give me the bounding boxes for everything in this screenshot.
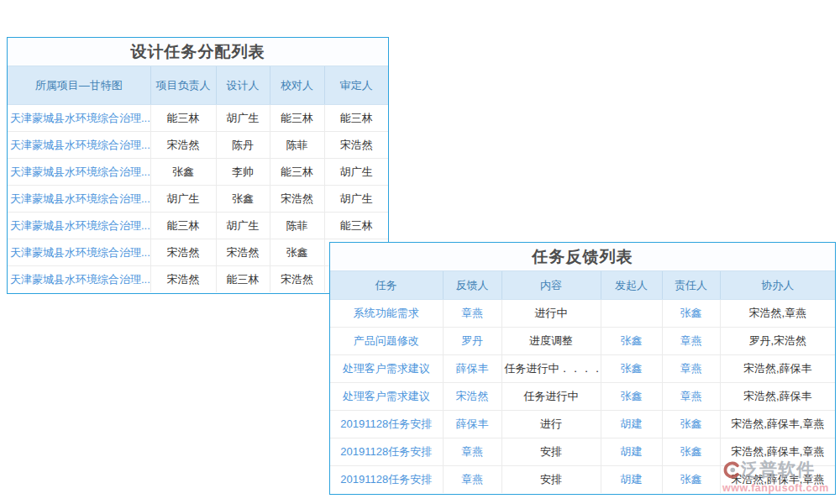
cell-text: 宋浩然,薛保丰 <box>720 383 835 411</box>
table-row: 天津蒙城县水环境综合治理...能三林胡广生陈菲能三林 <box>8 213 388 239</box>
cell-text: 胡广生 <box>216 213 270 239</box>
table-row: 20191128任务安排章燕安排胡建张鑫宋浩然,薛保丰,章燕 <box>330 438 835 466</box>
table-row: 天津蒙城县水环境综合治理...能三林胡广生能三林能三林 <box>8 105 388 132</box>
column-header-responsible: 责任人 <box>662 271 720 300</box>
cell-link[interactable]: 宋浩然 <box>443 383 501 411</box>
cell-link[interactable]: 处理客户需求建议 <box>330 383 443 411</box>
cell-text: 陈丹 <box>216 132 270 159</box>
cell-link[interactable]: 张鑫 <box>662 438 720 466</box>
cell-link[interactable]: 处理客户需求建议 <box>330 355 443 383</box>
cell-link[interactable]: 薛保丰 <box>443 355 501 383</box>
cell-link[interactable]: 章燕 <box>443 466 501 494</box>
cell-text: 陈菲 <box>270 213 324 239</box>
table-row: 处理客户需求建议薛保丰任务进行中．．．．张鑫章燕宋浩然,薛保丰 <box>330 355 835 383</box>
cell-link[interactable]: 薛保丰 <box>443 411 501 438</box>
feedback-table-title: 任务反馈列表 <box>330 243 835 271</box>
cell-link[interactable]: 张鑫 <box>601 383 662 411</box>
column-header-assistant: 协办人 <box>720 271 835 300</box>
column-header-approver: 审定人 <box>324 66 388 105</box>
cell-text: 能三林 <box>150 105 216 132</box>
cell-link[interactable]: 20191128任务安排 <box>330 438 443 466</box>
cell-text: 陈菲 <box>270 132 324 159</box>
cell-text: 宋浩然 <box>216 239 270 266</box>
cell-link[interactable]: 胡建 <box>601 466 662 494</box>
table-row: 天津蒙城县水环境综合治理...宋浩然陈丹陈菲宋浩然 <box>8 132 388 159</box>
cell-link[interactable]: 天津蒙城县水环境综合治理... <box>8 213 150 239</box>
cell-link[interactable]: 张鑫 <box>662 466 720 494</box>
cell-text: 宋浩然 <box>150 239 216 266</box>
cell-text: 能三林 <box>324 105 388 132</box>
feedback-table: 任务 反馈人 内容 发起人 责任人 协办人 系统功能需求章燕进行中张鑫宋浩然,章… <box>330 271 835 493</box>
cell-text: 进行 <box>501 411 601 438</box>
cell-link[interactable]: 张鑫 <box>601 328 662 355</box>
column-header-feedback-person: 反馈人 <box>443 271 501 300</box>
cell-text: 宋浩然 <box>150 266 216 293</box>
cell-link[interactable]: 张鑫 <box>601 355 662 383</box>
table-row: 处理客户需求建议宋浩然任务进行中张鑫章燕宋浩然,薛保丰 <box>330 383 835 411</box>
cell-text: 宋浩然,薛保丰 <box>720 355 835 383</box>
cell-link[interactable]: 胡建 <box>601 411 662 438</box>
cell-text: 宋浩然,薛保丰,章燕 <box>720 466 835 494</box>
cell-link[interactable]: 胡建 <box>601 438 662 466</box>
cell-text: 胡广生 <box>216 105 270 132</box>
table-row: 系统功能需求章燕进行中张鑫宋浩然,章燕 <box>330 300 835 328</box>
cell-link[interactable]: 20191128任务安排 <box>330 466 443 494</box>
cell-text: 宋浩然,薛保丰,章燕 <box>720 438 835 466</box>
cell-link[interactable]: 章燕 <box>662 328 720 355</box>
cell-link[interactable]: 章燕 <box>443 300 501 328</box>
task-feedback-table: 任务反馈列表 任务 反馈人 内容 发起人 责任人 协办人 系统功能需求章燕进行中… <box>329 242 836 495</box>
cell-text: 宋浩然,章燕 <box>720 300 835 328</box>
table-row: 天津蒙城县水环境综合治理...张鑫李帅能三林胡广生 <box>8 159 388 186</box>
cell-link[interactable]: 章燕 <box>662 383 720 411</box>
cell-text: 能三林 <box>270 159 324 186</box>
cell-text: 能三林 <box>150 213 216 239</box>
cell-text: 进行中 <box>501 300 601 328</box>
cell-link[interactable]: 张鑫 <box>662 411 720 438</box>
table-row: 产品问题修改罗丹进度调整张鑫章燕罗丹,宋浩然 <box>330 328 835 355</box>
table-row: 20191128任务安排薛保丰进行胡建张鑫宋浩然,薛保丰,章燕 <box>330 411 835 438</box>
cell-text: 能三林 <box>216 266 270 293</box>
cell-text: 进度调整 <box>501 328 601 355</box>
cell-text: 宋浩然 <box>270 186 324 213</box>
table-row: 天津蒙城县水环境综合治理...胡广生张鑫宋浩然胡广生 <box>8 186 388 213</box>
table-row: 20191128任务安排章燕安排胡建张鑫宋浩然,薛保丰,章燕 <box>330 466 835 494</box>
cell-link[interactable]: 张鑫 <box>662 300 720 328</box>
cell-text: 能三林 <box>270 105 324 132</box>
cell-link[interactable]: 天津蒙城县水环境综合治理... <box>8 159 150 186</box>
column-header-proofreader: 校对人 <box>270 66 324 105</box>
cell-link[interactable]: 产品问题修改 <box>330 328 443 355</box>
cell-text: 张鑫 <box>150 159 216 186</box>
column-header-initiator: 发起人 <box>601 271 662 300</box>
cell-link[interactable]: 20191128任务安排 <box>330 411 443 438</box>
cell-text: 宋浩然 <box>150 132 216 159</box>
feedback-table-header-row: 任务 反馈人 内容 发起人 责任人 协办人 <box>330 271 835 300</box>
cell-link[interactable]: 系统功能需求 <box>330 300 443 328</box>
cell-text <box>601 300 662 328</box>
cell-text: 张鑫 <box>216 186 270 213</box>
cell-link[interactable]: 天津蒙城县水环境综合治理... <box>8 239 150 266</box>
cell-text: 宋浩然 <box>270 266 324 293</box>
column-header-project: 所属项目—甘特图 <box>8 66 150 105</box>
cell-text: 安排 <box>501 466 601 494</box>
cell-text: 胡广生 <box>150 186 216 213</box>
cell-text: 张鑫 <box>270 239 324 266</box>
design-table-header-row: 所属项目—甘特图 项目负责人 设计人 校对人 审定人 <box>8 66 388 105</box>
cell-link[interactable]: 天津蒙城县水环境综合治理... <box>8 266 150 293</box>
column-header-task: 任务 <box>330 271 443 300</box>
cell-text: 胡广生 <box>324 186 388 213</box>
cell-link[interactable]: 章燕 <box>443 438 501 466</box>
cell-link[interactable]: 天津蒙城县水环境综合治理... <box>8 132 150 159</box>
cell-text: 任务进行中 <box>501 383 601 411</box>
cell-link[interactable]: 章燕 <box>662 355 720 383</box>
column-header-designer: 设计人 <box>216 66 270 105</box>
column-header-content: 内容 <box>501 271 601 300</box>
cell-link[interactable]: 罗丹 <box>443 328 501 355</box>
cell-text: 宋浩然 <box>324 132 388 159</box>
cell-text: 安排 <box>501 438 601 466</box>
cell-link[interactable]: 天津蒙城县水环境综合治理... <box>8 105 150 132</box>
cell-text: 宋浩然,薛保丰,章燕 <box>720 411 835 438</box>
cell-link[interactable]: 天津蒙城县水环境综合治理... <box>8 186 150 213</box>
cell-text: 任务进行中．．．． <box>501 355 601 383</box>
column-header-project-leader: 项目负责人 <box>150 66 216 105</box>
design-table-title: 设计任务分配列表 <box>8 38 388 66</box>
